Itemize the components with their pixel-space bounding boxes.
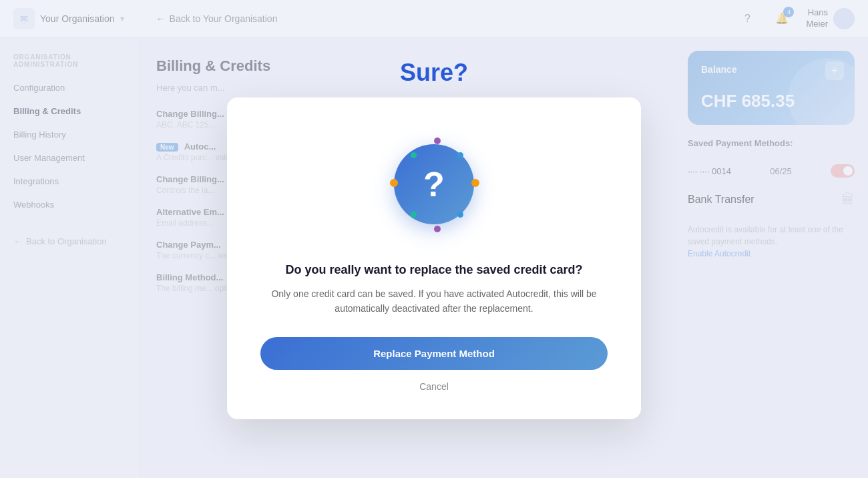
dialog-question-text: Do you really want to replace the saved … xyxy=(260,263,608,277)
cancel-button[interactable]: Cancel xyxy=(260,381,608,392)
dot-top-left xyxy=(411,152,417,158)
dot-top-right xyxy=(457,152,463,158)
dialog-wrapper: Sure? ? Do you really want to replace th… xyxy=(227,59,641,420)
replace-payment-method-button[interactable]: Replace Payment Method xyxy=(260,337,608,370)
dialog-title-area: Sure? xyxy=(227,59,641,87)
modal-overlay: Sure? ? Do you really want to replace th… xyxy=(0,0,868,478)
dot-top-center xyxy=(434,138,441,144)
question-mark-icon: ? xyxy=(423,167,445,202)
dot-left xyxy=(390,179,398,187)
dialog-icon-graphic: ? xyxy=(374,124,494,244)
dot-right xyxy=(471,179,479,187)
dot-bottom-center xyxy=(434,226,441,232)
dialog-description-text: Only one credit card can be saved. If yo… xyxy=(260,286,608,316)
confirmation-dialog: ? Do you really want to replace the save… xyxy=(227,97,641,420)
dot-bottom-left xyxy=(411,212,417,218)
dialog-title: Sure? xyxy=(400,59,468,86)
dot-bottom-right xyxy=(457,212,463,218)
